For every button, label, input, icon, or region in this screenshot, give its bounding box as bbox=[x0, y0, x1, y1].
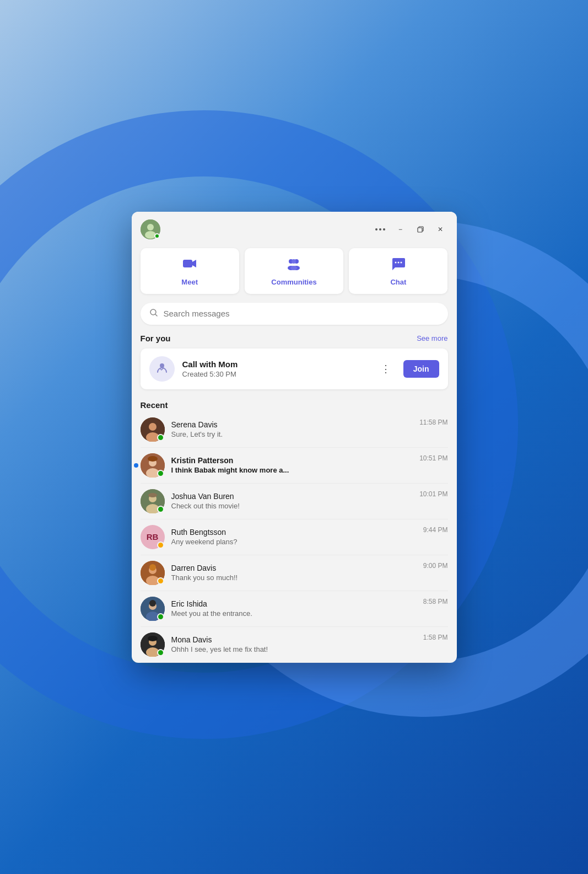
chat-name: Eric Ishida bbox=[171, 599, 417, 608]
avatar-wrap: RB bbox=[141, 525, 165, 549]
svg-rect-4 bbox=[183, 260, 192, 267]
chat-name: Serena Davis bbox=[171, 420, 413, 429]
call-info: Call with Mom Created 5:30 PM bbox=[182, 360, 369, 378]
svg-point-29 bbox=[149, 564, 156, 571]
chat-name: Kristin Patterson bbox=[171, 456, 413, 465]
chat-preview: I think Babak might know more a... bbox=[171, 466, 413, 474]
nav-buttons: Meet Communities bbox=[132, 245, 457, 303]
status-indicator bbox=[157, 613, 164, 620]
communities-label: Communities bbox=[271, 278, 316, 286]
chat-content: Darren Davis Thank you so much!! bbox=[171, 564, 417, 582]
search-input[interactable] bbox=[164, 309, 439, 318]
chat-name: Joshua Van Buren bbox=[171, 492, 413, 501]
svg-point-10 bbox=[290, 266, 297, 270]
chat-time: 10:51 PM bbox=[419, 453, 447, 462]
chat-preview: Sure, Let's try it. bbox=[171, 430, 413, 438]
svg-rect-3 bbox=[418, 228, 422, 232]
call-icon bbox=[149, 356, 175, 382]
chat-item-kristin[interactable]: Kristin Patterson I think Babak might kn… bbox=[141, 448, 448, 484]
chat-item-joshua[interactable]: Joshua Van Buren Check out this movie! 1… bbox=[141, 484, 448, 519]
chat-content: Mona Davis Ohhh I see, yes let me fix th… bbox=[171, 635, 417, 653]
meet-button[interactable]: Meet bbox=[141, 248, 239, 294]
status-indicator bbox=[157, 470, 164, 477]
chat-item-mona[interactable]: Mona Davis Ohhh I see, yes let me fix th… bbox=[141, 627, 448, 663]
chat-time: 11:58 PM bbox=[419, 417, 447, 426]
for-you-title: For you bbox=[141, 334, 171, 343]
chat-time: 10:01 PM bbox=[419, 489, 447, 498]
meet-icon bbox=[182, 256, 197, 274]
chat-preview: Meet you at the entrance. bbox=[171, 609, 417, 618]
more-options-button[interactable] bbox=[372, 226, 389, 233]
app-window: − ✕ Meet bbox=[132, 212, 457, 663]
svg-point-21 bbox=[148, 456, 158, 462]
chat-item-eric[interactable]: Eric Ishida Meet you at the entrance. 8:… bbox=[141, 591, 448, 627]
chat-preview: Ohhh I see, yes let me fix that! bbox=[171, 645, 417, 653]
chat-preview: Check out this movie! bbox=[171, 502, 413, 510]
for-you-header: For you See more bbox=[141, 334, 448, 343]
meet-label: Meet bbox=[181, 278, 198, 286]
avatar-wrap bbox=[141, 632, 165, 657]
chat-preview: Thank you so much!! bbox=[171, 573, 417, 582]
see-more-button[interactable]: See more bbox=[417, 334, 447, 342]
unread-indicator bbox=[134, 463, 138, 468]
call-title: Call with Mom bbox=[182, 360, 369, 369]
chat-item-serena[interactable]: Serena Davis Sure, Let's try it. 11:58 P… bbox=[141, 412, 448, 448]
chat-list: Serena Davis Sure, Let's try it. 11:58 P… bbox=[141, 412, 448, 663]
chat-button[interactable]: Chat bbox=[349, 248, 447, 294]
call-card[interactable]: Call with Mom Created 5:30 PM ⋮ Join bbox=[141, 348, 448, 389]
svg-point-13 bbox=[400, 261, 402, 263]
avatar-wrap bbox=[141, 453, 165, 478]
svg-point-16 bbox=[149, 423, 157, 431]
search-bar bbox=[141, 303, 448, 325]
join-button[interactable]: Join bbox=[403, 360, 439, 378]
chat-time: 9:00 PM bbox=[423, 561, 448, 570]
call-more-options[interactable]: ⋮ bbox=[376, 361, 396, 377]
chat-item-darren[interactable]: Darren Davis Thank you so much!! 9:00 PM bbox=[141, 555, 448, 591]
avatar-wrap bbox=[141, 417, 165, 442]
avatar-wrap bbox=[141, 489, 165, 513]
window-controls: − ✕ bbox=[372, 222, 448, 237]
chat-name: Darren Davis bbox=[171, 564, 417, 572]
svg-point-37 bbox=[148, 636, 158, 641]
svg-point-12 bbox=[397, 261, 399, 263]
chat-content: Joshua Van Buren Check out this movie! bbox=[171, 492, 413, 510]
chat-content: Serena Davis Sure, Let's try it. bbox=[171, 420, 413, 438]
minimize-button[interactable]: − bbox=[393, 222, 408, 237]
chat-content: Ruth Bengtsson Any weekend plans? bbox=[171, 528, 417, 546]
call-created: Created 5:30 PM bbox=[182, 370, 369, 378]
avatar-wrap bbox=[141, 597, 165, 621]
search-icon bbox=[149, 308, 158, 319]
for-you-section: For you See more Call with Mom Created 5… bbox=[132, 334, 457, 389]
chat-content: Kristin Patterson I think Babak might kn… bbox=[171, 456, 413, 474]
chat-name: Mona Davis bbox=[171, 635, 417, 644]
chat-preview: Any weekend plans? bbox=[171, 538, 417, 546]
svg-point-7 bbox=[292, 259, 296, 264]
chat-time: 1:58 PM bbox=[423, 632, 448, 641]
recent-title: Recent bbox=[141, 400, 448, 410]
svg-point-11 bbox=[395, 261, 396, 263]
restore-button[interactable] bbox=[413, 222, 428, 237]
recent-section: Recent Serena Davis Sure, Let bbox=[132, 400, 457, 663]
chat-content: Eric Ishida Meet you at the entrance. bbox=[171, 599, 417, 618]
chat-name: Ruth Bengtsson bbox=[171, 528, 417, 537]
avatar-wrap bbox=[141, 561, 165, 585]
chat-time: 9:44 PM bbox=[423, 525, 448, 534]
status-indicator bbox=[157, 541, 164, 549]
chat-item-ruth[interactable]: RB Ruth Bengtsson Any weekend plans? 9:4… bbox=[141, 519, 448, 555]
status-indicator bbox=[157, 506, 164, 513]
user-avatar[interactable] bbox=[141, 219, 160, 239]
svg-point-33 bbox=[149, 600, 156, 607]
svg-point-1 bbox=[147, 224, 154, 230]
chat-label: Chat bbox=[390, 278, 406, 286]
title-bar: − ✕ bbox=[132, 212, 457, 245]
close-button[interactable]: ✕ bbox=[433, 222, 448, 237]
online-indicator bbox=[154, 233, 160, 239]
status-indicator bbox=[157, 434, 164, 441]
chat-time: 8:58 PM bbox=[423, 597, 448, 605]
status-indicator bbox=[157, 649, 164, 656]
communities-button[interactable]: Communities bbox=[245, 248, 343, 294]
svg-point-25 bbox=[148, 493, 157, 497]
chat-icon bbox=[391, 256, 406, 274]
communities-icon bbox=[286, 256, 301, 274]
status-indicator bbox=[157, 577, 164, 585]
